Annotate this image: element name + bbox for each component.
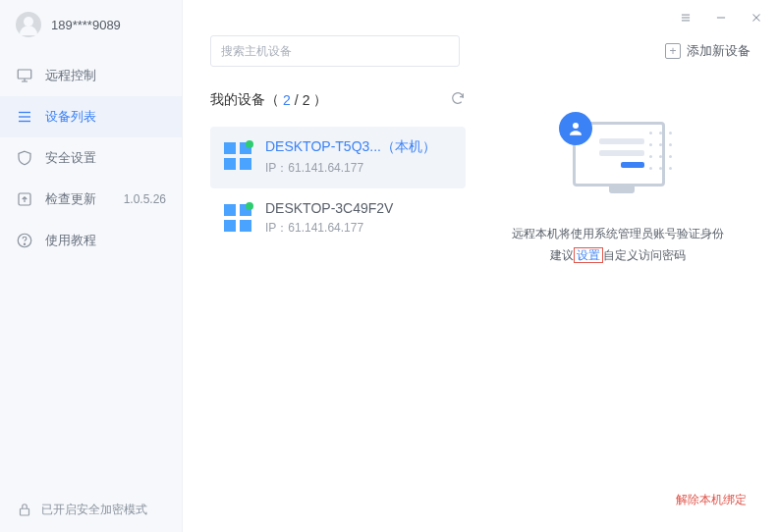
add-device-label: 添加新设备 [687, 42, 750, 60]
lock-icon [16, 501, 33, 518]
search-input[interactable] [221, 44, 449, 58]
detail-line1: 远程本机将使用系统管理员账号验证身份 [512, 224, 724, 245]
footer-text: 已开启安全加密模式 [41, 502, 147, 518]
windows-icon [224, 142, 251, 170]
nav: 远程控制 设备列表 安全设置 检查更新 1.0.5.26 使用教程 [0, 51, 182, 261]
device-item[interactable]: DESKTOP-T5Q3...（本机） IP：61.141.64.177 [210, 127, 466, 188]
monitor-icon [16, 67, 33, 84]
window-controls [183, 0, 778, 27]
user-badge-icon [559, 112, 592, 145]
device-ip: IP：61.141.64.177 [265, 220, 452, 237]
minimize-button[interactable] [711, 8, 731, 27]
version-text: 1.0.5.26 [124, 192, 166, 206]
main: + 添加新设备 我的设备（2/2） DESKTOP-T5Q3...（本机） IP… [183, 0, 778, 532]
windows-icon [224, 204, 251, 232]
avatar-icon [16, 12, 41, 37]
list-icon [16, 108, 33, 126]
svg-rect-0 [18, 70, 31, 79]
sidebar: 189****9089 远程控制 设备列表 安全设置 检查更新 1.0.5 [0, 0, 183, 532]
search-box[interactable] [210, 35, 460, 67]
sidebar-item-label: 远程控制 [45, 67, 96, 84]
settings-link[interactable]: 设置 [574, 247, 603, 263]
content: 我的设备（2/2） DESKTOP-T5Q3...（本机） IP：61.141.… [183, 67, 778, 532]
sidebar-item-label: 使用教程 [45, 232, 96, 249]
top-bar: + 添加新设备 [183, 27, 778, 67]
shield-icon [16, 149, 33, 167]
sidebar-item-device-list[interactable]: 设备列表 [0, 96, 182, 137]
sidebar-item-label: 设备列表 [45, 108, 96, 126]
refresh-button[interactable] [450, 90, 466, 109]
device-item[interactable]: DESKTOP-3C49F2V IP：61.141.64.177 [210, 188, 466, 248]
sidebar-item-remote-control[interactable]: 远程控制 [0, 55, 182, 96]
device-name: DESKTOP-3C49F2V [265, 200, 452, 216]
device-list: 我的设备（2/2） DESKTOP-T5Q3...（本机） IP：61.141.… [210, 90, 466, 532]
add-device-button[interactable]: + 添加新设备 [665, 42, 750, 60]
sidebar-item-label: 检查更新 [45, 190, 96, 208]
upload-icon [16, 190, 33, 208]
device-detail: 远程本机将使用系统管理员账号验证身份 建议设置自定义访问密码 解除本机绑定 [485, 90, 750, 532]
detail-text: 远程本机将使用系统管理员账号验证身份 建议设置自定义访问密码 [512, 224, 724, 266]
sidebar-item-security[interactable]: 安全设置 [0, 137, 182, 179]
svg-rect-7 [21, 508, 29, 515]
help-icon [16, 232, 33, 249]
unlink-button[interactable]: 解除本机绑定 [676, 492, 750, 508]
svg-point-6 [24, 243, 25, 244]
menu-button[interactable] [676, 8, 695, 27]
device-name: DESKTOP-T5Q3...（本机） [265, 138, 452, 156]
sidebar-footer: 已开启安全加密模式 [0, 487, 182, 532]
close-button[interactable] [747, 8, 766, 27]
device-ip: IP：61.141.64.177 [265, 160, 452, 177]
illustration [559, 112, 677, 202]
sidebar-item-tutorial[interactable]: 使用教程 [0, 220, 182, 261]
svg-point-14 [573, 123, 579, 129]
plus-icon: + [665, 43, 681, 59]
user-row[interactable]: 189****9089 [0, 0, 182, 51]
device-count-total: 2 [303, 92, 310, 108]
detail-line2: 建议设置自定义访问密码 [512, 245, 724, 267]
device-list-header: 我的设备（2/2） [210, 90, 466, 109]
user-name: 189****9089 [51, 18, 121, 32]
device-count-shown: 2 [283, 92, 291, 108]
sidebar-item-update[interactable]: 检查更新 1.0.5.26 [0, 179, 182, 220]
sidebar-item-label: 安全设置 [45, 149, 96, 167]
status-online-icon [246, 140, 253, 148]
status-online-icon [246, 202, 253, 210]
